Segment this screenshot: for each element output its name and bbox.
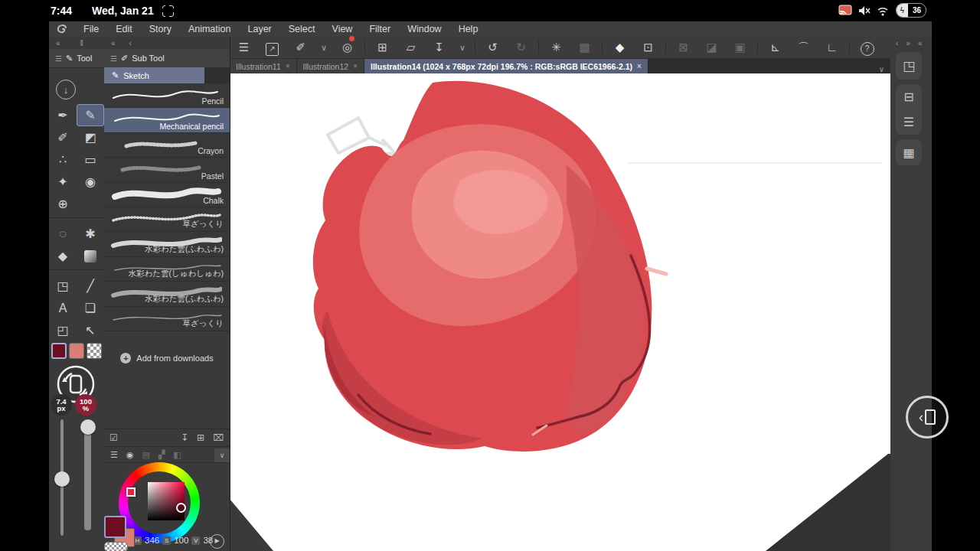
menu-animation[interactable]: Animation: [180, 24, 240, 34]
brush-watercolor-fuwafuwa[interactable]: 水彩わた雲(ふわふわ): [104, 232, 230, 256]
bucket-tool[interactable]: ◆: [49, 245, 77, 267]
pen-settings-icon[interactable]: ✐: [286, 37, 315, 57]
main-color-swatch[interactable]: [51, 343, 67, 359]
import-subtool-icon[interactable]: ↧: [181, 432, 188, 443]
opacity-slider-thumb[interactable]: [80, 419, 96, 435]
brush-tool[interactable]: ✐: [49, 126, 77, 148]
deselect-icon[interactable]: ⊠: [669, 37, 697, 57]
main-color-chip[interactable]: [104, 516, 126, 538]
pen-settings-chevron-icon[interactable]: ∨: [315, 37, 333, 57]
tab-illustration14-active[interactable]: Illustration14 (1024 x 768px 72dpi 196.7…: [364, 59, 648, 73]
sv-marker[interactable]: [176, 503, 186, 513]
edge-swipe-handle[interactable]: ‹: [906, 396, 949, 439]
duplicate-subtool-icon[interactable]: ⊞: [197, 432, 204, 443]
lasso-tool[interactable]: ◌: [49, 223, 77, 245]
brush-size-badge[interactable]: 7.4px: [51, 394, 72, 416]
subtool-group-sketch[interactable]: ✎ Sketch: [104, 67, 204, 83]
airbrush-tool[interactable]: ∴: [49, 148, 77, 171]
menu-edit[interactable]: Edit: [107, 24, 141, 34]
save-chevron-icon[interactable]: ∨: [453, 37, 472, 57]
new-canvas-icon[interactable]: ⊞: [368, 37, 397, 57]
undo-icon[interactable]: ↺: [479, 37, 507, 57]
color-set-tab-icon[interactable]: ▤: [142, 450, 149, 460]
brush-kusa-zakkuri[interactable]: 草ざっくり: [104, 207, 230, 232]
color-slider-toggle-icon[interactable]: ▶: [210, 534, 224, 549]
menu-view[interactable]: View: [324, 24, 361, 34]
forward-icon[interactable]: »: [906, 39, 910, 47]
figure-sparkle-tool[interactable]: ✦: [49, 171, 77, 193]
eraser-tool[interactable]: ◩: [77, 126, 104, 148]
color-wheel-tab-icon[interactable]: ◉: [126, 450, 134, 460]
figure-line-tool[interactable]: ╱: [77, 275, 104, 297]
close-tab-icon[interactable]: ×: [353, 62, 358, 70]
balloon-tool[interactable]: ❏: [77, 297, 104, 319]
brush-size-slider-thumb[interactable]: [54, 471, 70, 487]
transparent-chip[interactable]: [104, 542, 128, 551]
brush-watercolor-fuwafuwa-2[interactable]: 水彩わた雲(ふわふわ): [104, 282, 230, 306]
object-tool[interactable]: ↖: [77, 319, 104, 341]
color-panel-collapse-icon[interactable]: ∨: [214, 448, 230, 462]
brush-crayon[interactable]: Crayon: [104, 133, 230, 158]
help-icon[interactable]: ?: [853, 37, 881, 57]
tab-illustration11[interactable]: Illustration11 ×: [230, 59, 297, 73]
collapse-panel-icon[interactable]: «: [111, 39, 116, 47]
main-menu-icon[interactable]: ☰: [230, 37, 258, 57]
tab-illustration12[interactable]: Illustration12 ×: [297, 59, 364, 73]
brush-chalk[interactable]: Chalk: [104, 183, 230, 207]
clip-studio-icon[interactable]: ◎: [333, 37, 361, 57]
brush-watercolor-shuwashuwa[interactable]: 水彩わた雲(しゅわしゅわ): [104, 257, 230, 282]
back-icon[interactable]: ‹: [896, 39, 898, 47]
snap-ruler-icon[interactable]: ⊾: [761, 37, 789, 57]
material-panel-button[interactable]: ◳: [896, 52, 922, 80]
brush-pastel[interactable]: Pastel: [104, 158, 230, 182]
panel-menu-icon[interactable]: ☰: [55, 54, 62, 63]
transform-icon[interactable]: ⊡: [634, 37, 662, 57]
snap-special-ruler-icon[interactable]: ⌒: [789, 37, 818, 57]
close-tab-icon[interactable]: ×: [637, 62, 642, 70]
save-export-icon[interactable]: ↧: [425, 37, 453, 57]
gradient-tool[interactable]: [77, 245, 104, 267]
select-layer-icon[interactable]: ▩: [570, 37, 599, 57]
open-file-icon[interactable]: ▱: [397, 37, 425, 57]
text-tool[interactable]: A: [49, 297, 77, 319]
brush-mechanical-pencil[interactable]: Mechanical pencil: [104, 108, 230, 132]
transparent-color-swatch[interactable]: [87, 343, 102, 359]
selection-border-icon[interactable]: ▣: [726, 37, 754, 57]
close-tab-icon[interactable]: ×: [286, 62, 290, 70]
invert-selection-icon[interactable]: ◪: [697, 37, 726, 57]
frame-border-tool[interactable]: ◰: [49, 319, 77, 341]
clip-studio-logo[interactable]: [49, 23, 75, 35]
tool-panel-tab[interactable]: ☰ ✎ Tool: [49, 49, 104, 68]
pencil-tool[interactable]: ✎: [77, 104, 104, 126]
sub-color-swatch[interactable]: [69, 343, 84, 359]
redo-icon[interactable]: ↻: [507, 37, 535, 57]
sync-check-icon[interactable]: ☑: [109, 432, 118, 443]
color-slider-tab-icon[interactable]: ▞: [158, 450, 165, 460]
delete-subtool-icon[interactable]: ⌧: [213, 432, 224, 443]
navigator-panel-button[interactable]: ▦: [896, 139, 922, 165]
switch-window-icon[interactable]: ↗: [258, 37, 286, 57]
hue-marker[interactable]: [126, 487, 136, 497]
menu-story[interactable]: Story: [141, 24, 180, 34]
decoration-tool[interactable]: ▭: [77, 148, 104, 171]
brush-kusa-zakkuri-2[interactable]: 草ざっくり: [104, 307, 230, 331]
auto-select-tool[interactable]: ✱: [77, 223, 104, 245]
menu-layer[interactable]: Layer: [239, 24, 279, 34]
saturation-value-square[interactable]: [148, 482, 185, 520]
opacity-slider[interactable]: [84, 422, 91, 530]
brush-pencil[interactable]: Pencil: [104, 83, 230, 108]
object-3d-tool[interactable]: ◳: [49, 275, 77, 297]
drawing-canvas[interactable]: [230, 73, 890, 551]
download-tools-button[interactable]: ↓: [56, 80, 76, 99]
collapse-panel-icon[interactable]: «: [56, 39, 60, 47]
subtool-panel-tab[interactable]: ☰ ✐ Sub Tool: [104, 49, 230, 68]
pen-tool[interactable]: ✒: [49, 104, 77, 126]
menu-select[interactable]: Select: [280, 24, 324, 34]
menu-file[interactable]: File: [75, 24, 107, 34]
blend-tool[interactable]: ◉: [77, 171, 104, 193]
panel-menu-icon[interactable]: ☰: [110, 54, 117, 63]
color-mixer-tab-icon[interactable]: ◧: [173, 450, 181, 460]
menu-window[interactable]: Window: [399, 24, 449, 34]
snap-guide-icon[interactable]: ∟: [818, 37, 846, 57]
tab-list-chevron-icon[interactable]: ∨: [879, 65, 884, 73]
